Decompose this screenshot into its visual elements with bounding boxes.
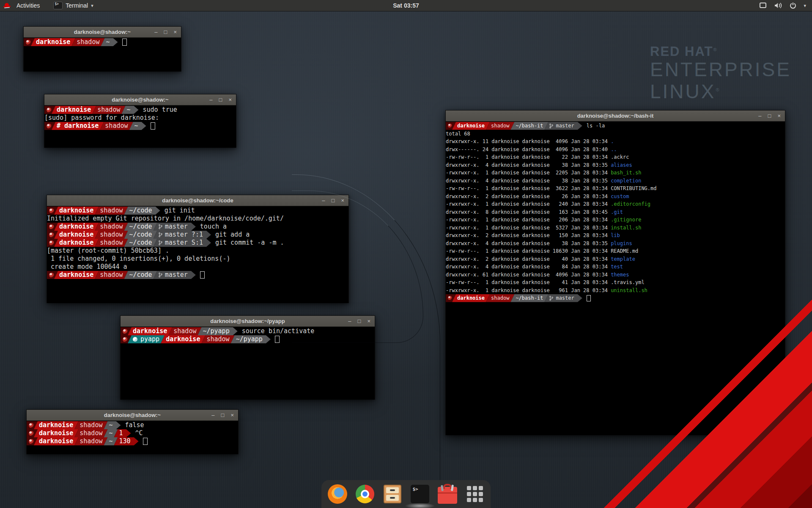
logo-enterprise: ENTERPRISE [650, 59, 791, 80]
titlebar[interactable]: darknoise@shadow:~–□× [44, 94, 236, 105]
ls-row: -rw-rw-r--. 1 darknoise darknoise 3622 J… [446, 185, 785, 193]
file-name: .ackrc [611, 154, 629, 160]
dock-firefox[interactable] [327, 484, 348, 504]
prompt-line: darknoiseshadow~1^C [27, 429, 238, 437]
window-title: darknoise@shadow:~/pyapp [121, 318, 375, 324]
minimize-button[interactable]: – [758, 110, 761, 121]
close-button[interactable]: × [228, 94, 232, 105]
dock-files[interactable] [382, 484, 403, 504]
titlebar[interactable]: darknoise@shadow:~/code–□× [47, 195, 348, 206]
titlebar[interactable]: darknoise@shadow:~/pyapp–□× [121, 316, 375, 327]
firefox-icon [328, 484, 347, 504]
terminal-app-icon: $> [53, 2, 63, 9]
prompt-line: darknoiseshadow~false [27, 421, 238, 429]
window-title: darknoise@shadow:~/bash-it [446, 113, 785, 119]
prompt-segment-user: darknoise [34, 429, 78, 437]
ls-row: -rwxrwxr-x. 1 darknoise darknoise 206 Ja… [446, 216, 785, 224]
ls-row: drwxrwxr-x. 2 darknoise darknoise 40 Jan… [446, 255, 785, 263]
prompt-segment-user: darknoise [54, 239, 99, 247]
terminal-sudo[interactable]: darknoise@shadow:~–□×darknoiseshadow~sud… [44, 94, 236, 148]
clock[interactable]: Sat 03:57 [0, 2, 812, 9]
git-branch-segment: master ?:1 [154, 231, 211, 239]
terminal-content[interactable]: darknoiseshadow~sudo true[sudo] password… [44, 105, 236, 148]
terminal-content[interactable]: darknoiseshadow~ [24, 38, 181, 72]
maximize-button[interactable]: □ [164, 27, 167, 37]
output-line: [sudo] password for darknoise: [44, 114, 236, 122]
prompt-segment-path: ~/code [124, 207, 160, 215]
prompt-segment-user: darknoise [54, 231, 99, 239]
terminal-exit-codes[interactable]: darknoise@shadow:~–□×darknoiseshadow~fal… [26, 409, 239, 454]
prompt-line: darknoiseshadow~ [24, 38, 181, 46]
maximize-button[interactable]: □ [332, 195, 335, 206]
close-button[interactable]: × [173, 27, 177, 37]
titlebar[interactable]: darknoise@shadow:~–□× [27, 410, 238, 421]
file-name: completion [611, 178, 641, 184]
minimize-button[interactable]: – [211, 410, 214, 420]
display-icon[interactable] [759, 2, 767, 9]
prompt-line: darknoiseshadow~/codemastertouch a [47, 223, 348, 231]
close-button[interactable]: × [230, 410, 234, 420]
dock-toolbox[interactable] [437, 484, 458, 504]
git-branch-segment: master [154, 271, 196, 279]
dock-terminal[interactable]: $> [410, 484, 430, 504]
logo-reg-mark: ® [713, 47, 717, 52]
prompt-segment-exit: 130 [114, 437, 139, 445]
ls-row: drwxrwxr-x. 8 darknoise darknoise 163 Ja… [446, 208, 785, 216]
close-button[interactable]: × [777, 110, 781, 121]
output-line: 1 file changed, 0 insertions(+), 0 delet… [47, 255, 348, 263]
rhel-logo: RED HAT® ENTERPRISE LINUX® [650, 44, 791, 102]
prompt-segment-user: darknoise [31, 38, 75, 46]
minimize-button[interactable]: – [154, 27, 157, 37]
redhat-prompt-icon [448, 296, 452, 300]
terminal-home-small[interactable]: darknoise@shadow:~–□×darknoiseshadow~ [23, 26, 181, 72]
prompt-segment-host: shadow [74, 421, 107, 429]
close-button[interactable]: × [341, 195, 344, 206]
terminal-code[interactable]: darknoise@shadow:~/code–□×darknoiseshado… [47, 195, 349, 303]
minimize-button[interactable]: – [348, 316, 351, 326]
dock: $> [321, 480, 491, 508]
close-button[interactable]: × [367, 316, 370, 326]
terminal-content[interactable]: darknoiseshadow~/bash-itmasterls -latota… [446, 121, 785, 435]
redhat-prompt-icon [49, 232, 54, 237]
titlebar[interactable]: darknoise@shadow:~–□× [24, 27, 181, 38]
minimize-button[interactable]: – [209, 94, 212, 105]
git-branch-segment: master [544, 294, 582, 302]
redhat-prompt-icon [49, 273, 54, 278]
command-text: git commit -a -m . [215, 239, 284, 247]
maximize-button[interactable]: □ [219, 94, 222, 105]
terminal-bash-it[interactable]: darknoise@shadow:~/bash-it–□×darknoisesh… [445, 110, 785, 435]
dock-chrome[interactable] [355, 484, 375, 504]
prompt-line: darknoiseshadow~/bash-itmaster [446, 294, 785, 302]
file-name: aliases [611, 162, 632, 168]
prompt-segment-path: ~/code [124, 223, 157, 231]
file-name: plugins [611, 240, 632, 246]
terminal-content[interactable]: darknoiseshadow~/codegit initInitialized… [47, 206, 348, 303]
file-name: test [611, 264, 623, 270]
maximize-button[interactable]: □ [221, 410, 225, 420]
redhat-prompt-icon [49, 240, 54, 246]
prompt-line: # darknoiseshadow~ [44, 122, 236, 130]
ls-row: drwxrwxr-x. 11 darknoise darknoise 4096 … [446, 138, 785, 146]
terminal-pyapp[interactable]: darknoise@shadow:~/pyapp–□×darknoiseshad… [120, 315, 375, 400]
prompt-segment-user: darknoise [161, 335, 205, 343]
power-icon[interactable] [790, 2, 796, 9]
file-name: custom [611, 193, 629, 199]
maximize-button[interactable]: □ [358, 316, 361, 326]
maximize-button[interactable]: □ [768, 110, 771, 121]
file-name: .git [611, 209, 623, 215]
system-menu-chevron-icon[interactable]: ▾ [804, 3, 806, 8]
terminal-content[interactable]: darknoiseshadow~/pyappsource bin/activat… [121, 327, 375, 400]
ls-row: drwxrwxr-x. 4 darknoise darknoise 38 Jan… [446, 177, 785, 185]
app-menu-terminal[interactable]: $> Terminal ▾ [50, 1, 96, 10]
prompt-segment-user: darknoise [52, 106, 96, 114]
minimize-button[interactable]: – [322, 195, 325, 206]
redhat-prompt-icon [26, 40, 31, 45]
terminal-content[interactable]: darknoiseshadow~falsedarknoiseshadow~1^C… [27, 421, 238, 454]
volume-icon[interactable] [774, 2, 782, 9]
activities-button[interactable]: Activities [14, 1, 42, 10]
window-title: darknoise@shadow:~ [44, 97, 236, 103]
dock-show-applications[interactable] [465, 484, 485, 504]
redhat-prompt-icon [47, 108, 52, 113]
titlebar[interactable]: darknoise@shadow:~/bash-it–□× [446, 110, 785, 121]
prompt-line: darknoiseshadow~sudo true [44, 106, 236, 114]
